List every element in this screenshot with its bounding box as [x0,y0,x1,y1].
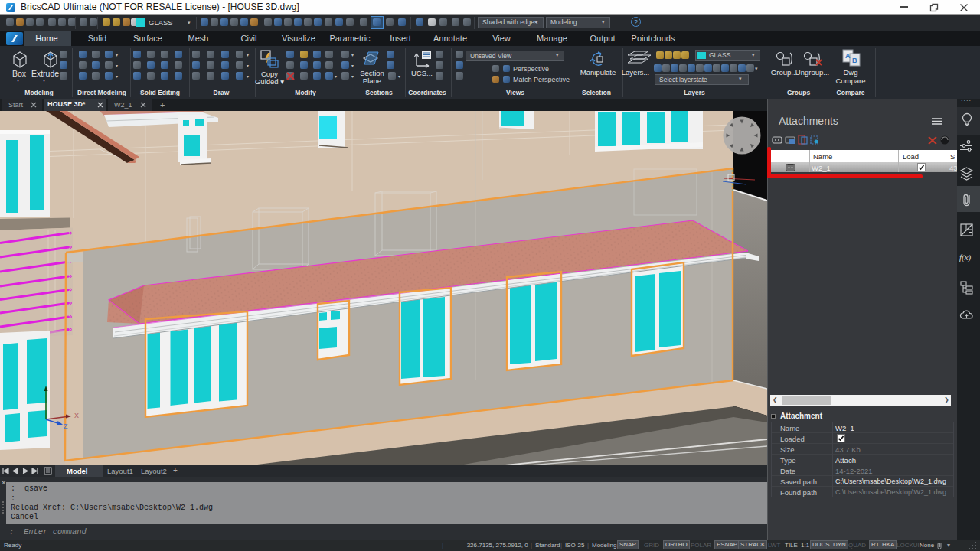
svg-text:Z: Z [64,422,68,430]
svg-text:A: A [845,52,851,60]
svg-text:B: B [852,57,858,64]
svg-text:X: X [74,412,79,419]
